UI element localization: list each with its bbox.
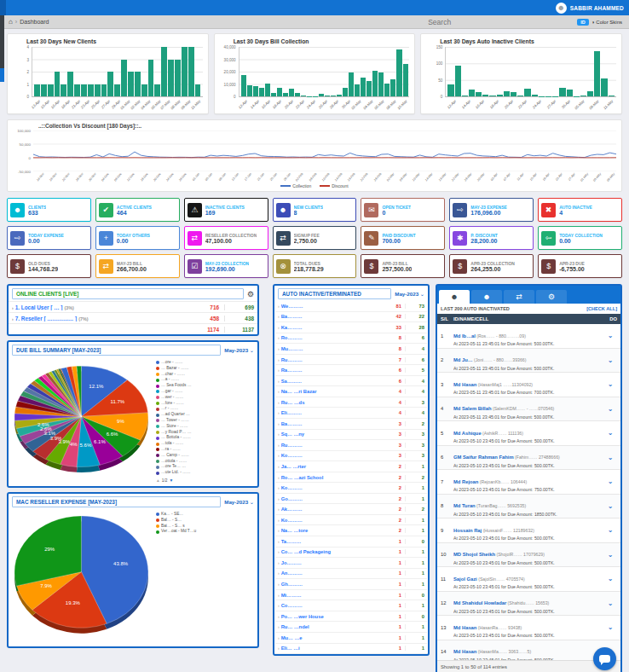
x-tick-label: 15-Apr [40, 99, 50, 109]
online-clients-row[interactable]: ›7. Reseller [ …​.…​.…​.… ](7%)458438 [9, 312, 257, 323]
y-tick-label: 100 [436, 61, 443, 66]
chevron-down-icon[interactable]: ⌄ [603, 600, 617, 607]
list-item[interactable]: ›Ra………65 [275, 365, 427, 376]
client-name-link[interactable]: Md Turan [453, 503, 476, 508]
chevron-down-icon[interactable]: ⌄ [603, 405, 617, 413]
list-item[interactable]: ›An………11 [275, 569, 427, 580]
client-name-link[interactable]: Md Ashique [453, 431, 482, 436]
table-row: 10MD Shojol Sheikh (ShojolR…… 17079629)A… [437, 543, 620, 568]
chevron-down-icon[interactable]: ⌄ [603, 454, 617, 461]
list-item[interactable]: ›Gh………11 [275, 579, 427, 590]
chevron-down-icon[interactable]: ⌄ [603, 332, 617, 339]
x-tick-label: 23-Apr [80, 99, 90, 109]
legend-dot [156, 448, 159, 451]
client-name-link[interactable]: Md Ib…al [453, 333, 476, 339]
tab-user-icon[interactable]: ☻ [471, 290, 502, 304]
list-item[interactable]: ›Po… …wer House10 [275, 611, 427, 623]
list-item[interactable]: ›Co… …d Packageing11 [275, 547, 427, 559]
list-item[interactable]: ›Ru………76 [275, 355, 427, 366]
list-item[interactable]: ›Co………11 [275, 600, 427, 611]
caret-icon: › [278, 443, 280, 448]
client-name-link[interactable]: Md Shahidul Howladar [453, 600, 506, 605]
bar [67, 72, 73, 96]
list-item[interactable]: ›Eli………44 [275, 408, 427, 419]
list-item[interactable]: ›Ja… …rter21 [275, 461, 427, 472]
list-item[interactable]: ›Mi………10 [275, 590, 427, 601]
client-name-link[interactable]: Md Ju… [453, 357, 473, 362]
table-row: 3Md Hasan (HasanMaj1 ……11304092)At 2023-… [437, 373, 620, 397]
tab-shuffle-icon[interactable]: ⇄ [504, 290, 534, 304]
tab-cogs-icon[interactable]: ⚙ [536, 290, 567, 304]
client-name-link[interactable]: GM Saifur Rahman Fahim [453, 455, 514, 460]
month-dropdown[interactable]: May-2023 ⌄ [395, 291, 424, 297]
chevron-down-icon[interactable]: ⌄ [603, 575, 617, 582]
client-name-link[interactable]: Sajol Gazi [453, 576, 477, 582]
pager-up-icon[interactable]: ▲ [156, 478, 160, 484]
client-name-link[interactable]: Hossain Raj [453, 528, 482, 533]
list-item[interactable]: ›We………8173 [275, 301, 427, 312]
chevron-down-icon[interactable]: ⌄ [603, 429, 617, 437]
list-item[interactable]: ›Ko………21 [275, 515, 427, 526]
chevron-down-icon[interactable]: ⌄ [603, 478, 617, 485]
list-item[interactable]: ›Mu………84 [275, 344, 427, 355]
list-item[interactable]: ›Mu… …e11 [275, 633, 427, 644]
client-name-link[interactable]: Md Salem Billah [453, 406, 491, 411]
list-item[interactable]: ›Ta………10 [275, 536, 427, 547]
tab-bar: ☻☻⇄⚙ [437, 286, 620, 304]
bar [241, 75, 246, 96]
svg-text:9%: 9% [117, 419, 124, 424]
month-dropdown[interactable]: May-2023 ⌄ [224, 499, 254, 505]
online-clients-row[interactable]: ›1. Local User [ … ](3%)716699 [9, 301, 257, 312]
client-name-link[interactable]: Md Hasan [453, 382, 476, 387]
list-item[interactable]: ›Ro… …azi School22 [275, 472, 427, 484]
cross-circle-icon: ⊗ [276, 259, 291, 274]
chevron-down-icon[interactable]: ⌄ [603, 623, 617, 631]
list-item[interactable]: ›Na… …ri Bazar44 [275, 386, 427, 397]
home-icon[interactable]: ⌂ [9, 18, 13, 26]
chevron-down-icon[interactable]: ⌄ [603, 356, 617, 364]
list-item[interactable]: ›Sa………64 [275, 376, 427, 387]
list-item[interactable]: ›Ba………32 [275, 419, 427, 430]
avatar[interactable]: ☻ [556, 3, 567, 14]
top-bar: ☻ SABBIR AHAMMED [0, 0, 629, 15]
client-name-link[interactable]: Md Hasan [453, 625, 476, 630]
color-skins-button[interactable]: ◑Color Skins [591, 20, 622, 25]
list-item[interactable]: ›Sq… …ny33 [275, 430, 427, 441]
check-all-link[interactable]: [CHECK ALL] [586, 306, 617, 311]
list-item[interactable]: ›Ru… …ds43 [275, 397, 427, 408]
x-tick-label: 11-May [603, 99, 614, 110]
list-item[interactable]: ›Ko………21 [275, 483, 427, 494]
bar [95, 84, 101, 97]
chevron-down-icon[interactable]: ⌄ [603, 526, 617, 534]
client-name-link[interactable]: Md Hasan [453, 649, 476, 654]
chevron-down-icon[interactable]: ⌄ [603, 380, 617, 388]
list-item[interactable]: ›Ru… …ndel11 [275, 622, 427, 633]
list-item[interactable]: ›Ba………4222 [275, 312, 427, 323]
month-dropdown[interactable]: May-2023 ⌄ [224, 347, 254, 353]
list-item[interactable]: ›Ka………3328 [275, 322, 427, 333]
client-name-link[interactable]: Md Rejoan [453, 479, 478, 484]
tab-user-icon[interactable]: ☻ [439, 290, 470, 304]
chat-button[interactable] [593, 647, 616, 670]
logo-strip [0, 0, 6, 15]
legend-dot [156, 408, 159, 411]
list-item[interactable]: ›Ro………86 [275, 333, 427, 345]
collapsed-sidebar[interactable] [0, 15, 4, 82]
x-tick-label: 22-Feb [360, 172, 368, 182]
list-item[interactable]: ›Ak………22 [275, 504, 427, 515]
list-item[interactable]: ›Ru………33 [275, 440, 427, 451]
list-item[interactable]: ›Jo………11 [275, 558, 427, 569]
list-item[interactable]: ›Ko………33 [275, 451, 427, 462]
gear-icon[interactable]: ⚙ [247, 290, 254, 298]
svg-text:3.1%: 3.1% [44, 431, 56, 436]
id-badge[interactable]: ID [577, 19, 589, 26]
list-item[interactable]: ›Eli… …i11 [275, 644, 427, 655]
chevron-down-icon[interactable]: ⌄ [603, 502, 617, 510]
chevron-down-icon[interactable]: ⌄ [603, 551, 617, 559]
client-name-link[interactable]: MD Shojol Sheikh [453, 552, 495, 557]
pager-down-icon[interactable]: ▼ [169, 478, 173, 484]
x-tick-label: 26-Feb [373, 172, 382, 182]
search-input[interactable] [426, 17, 574, 27]
list-item[interactable]: ›Na… …tore21 [275, 525, 427, 536]
list-item[interactable]: ›Go………21 [275, 494, 427, 505]
